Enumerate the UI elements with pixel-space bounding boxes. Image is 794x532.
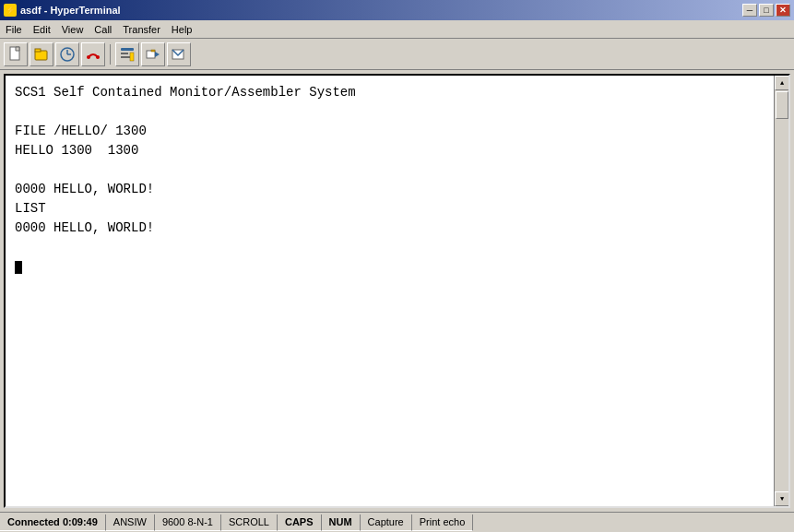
toolbar-open[interactable] <box>30 42 53 66</box>
toolbar-dial[interactable] <box>55 42 79 66</box>
close-button[interactable]: ✕ <box>776 4 790 17</box>
scrollbar-track[interactable] <box>775 90 788 491</box>
terminal-output: SCS1 Self Contained Monitor/Assembler Sy… <box>6 76 774 506</box>
toolbar-new[interactable] <box>4 42 28 66</box>
status-encoding: ANSIW <box>106 514 155 531</box>
terminal-cursor <box>15 259 22 274</box>
status-capture: Capture <box>361 514 412 531</box>
toolbar-send[interactable] <box>167 42 191 66</box>
status-caps: CAPS <box>278 514 322 531</box>
menu-view[interactable]: View <box>56 20 89 38</box>
svg-point-6 <box>87 55 90 59</box>
toolbar-hangup[interactable] <box>81 42 105 66</box>
scroll-up-button[interactable]: ▲ <box>775 76 789 90</box>
scroll-down-button[interactable]: ▼ <box>775 491 789 506</box>
svg-point-7 <box>96 55 100 59</box>
maximize-button[interactable]: □ <box>759 4 774 17</box>
terminal-container: SCS1 Self Contained Monitor/Assembler Sy… <box>4 74 790 508</box>
svg-rect-2 <box>35 49 41 52</box>
toolbar <box>0 39 794 70</box>
scrollbar-thumb[interactable] <box>776 91 788 119</box>
toolbar-transfer[interactable] <box>141 42 165 66</box>
svg-rect-9 <box>121 53 128 54</box>
status-bar: Connected 0:09:49 ANSIW 9600 8-N-1 SCROL… <box>0 512 794 532</box>
title-text: asdf - HyperTerminal <box>20 5 121 16</box>
svg-rect-10 <box>121 56 130 58</box>
menu-help[interactable]: Help <box>166 20 198 38</box>
svg-rect-8 <box>121 48 134 51</box>
menu-call[interactable]: Call <box>89 20 117 38</box>
minimize-button[interactable]: ─ <box>742 4 757 17</box>
status-connected: Connected 0:09:49 <box>0 514 106 531</box>
status-baud: 9600 8-N-1 <box>155 514 221 531</box>
scrollbar: ▲ ▼ <box>774 76 788 506</box>
title-bar: ⚡ asdf - HyperTerminal ─ □ ✕ <box>0 0 794 20</box>
toolbar-sep1 <box>110 44 111 65</box>
menu-edit[interactable]: Edit <box>28 20 56 38</box>
app-icon: ⚡ <box>4 4 17 17</box>
svg-rect-14 <box>151 50 155 52</box>
menu-bar: File Edit View Call Transfer Help <box>0 20 794 39</box>
title-bar-left: ⚡ asdf - HyperTerminal <box>4 4 121 17</box>
svg-rect-11 <box>130 53 134 61</box>
title-bar-buttons: ─ □ ✕ <box>742 4 790 17</box>
toolbar-properties[interactable] <box>115 42 139 66</box>
svg-marker-13 <box>155 52 160 57</box>
status-scroll: SCROLL <box>221 514 278 531</box>
menu-transfer[interactable]: Transfer <box>117 20 166 38</box>
menu-file[interactable]: File <box>0 20 28 38</box>
status-print-echo: Print echo <box>412 514 474 531</box>
status-num: NUM <box>322 514 361 531</box>
main-area: SCS1 Self Contained Monitor/Assembler Sy… <box>0 70 794 512</box>
